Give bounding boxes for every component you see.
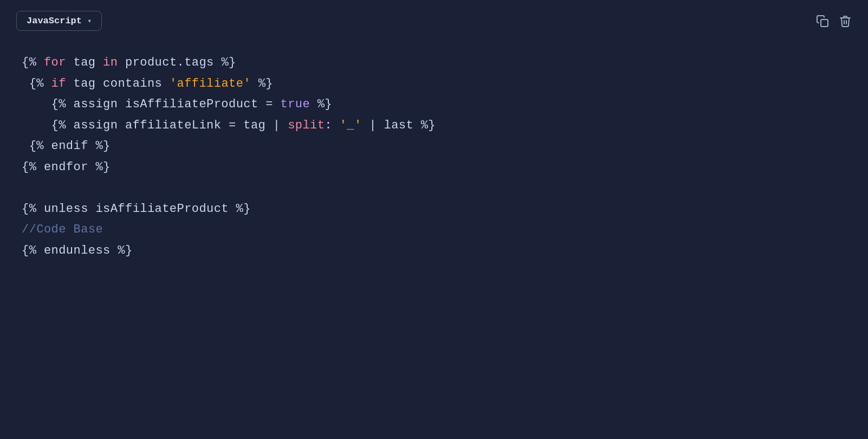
code-token: {% assign affiliateLink = tag |: [51, 119, 288, 132]
code-line: {% for tag in product.tags %}: [22, 53, 846, 74]
code-token: {% endfor %}: [22, 160, 111, 174]
blank-line: [22, 178, 846, 199]
main-container: JavaScript ▾ {% for tag in pr: [0, 0, 868, 439]
code-token: for: [44, 56, 66, 69]
code-line: //Code Base: [22, 220, 846, 241]
code-token: [44, 77, 51, 91]
code-line: {% endfor %}: [22, 157, 846, 178]
code-token: {%: [29, 77, 44, 91]
toolbar-icons: [816, 15, 852, 28]
code-token: 'affiliate': [170, 77, 251, 91]
code-token: in: [103, 56, 118, 69]
language-label: JavaScript: [27, 16, 82, 26]
code-token: true: [281, 98, 310, 111]
trash-icon[interactable]: [839, 15, 852, 28]
code-token: | last %}: [362, 119, 436, 132]
code-token: {%: [22, 56, 36, 69]
toolbar: JavaScript ▾: [16, 11, 852, 31]
code-line: {% unless isAffiliateProduct %}: [22, 199, 846, 220]
svg-rect-0: [821, 20, 828, 27]
code-token: {% endif %}: [29, 139, 111, 153]
code-token: tag: [66, 56, 103, 69]
code-token: {% unless isAffiliateProduct %}: [22, 202, 251, 216]
code-line: {% endif %}: [22, 136, 846, 157]
code-token: {% endunless %}: [22, 244, 133, 257]
code-token: if: [51, 77, 66, 91]
code-block: {% for tag in product.tags %} {% if tag …: [16, 47, 852, 267]
code-token: //Code Base: [22, 223, 103, 236]
code-token: %}: [251, 77, 273, 91]
code-line: {% assign affiliateLink = tag | split: '…: [22, 115, 846, 137]
copy-icon[interactable]: [816, 15, 829, 28]
code-token: %}: [310, 98, 332, 111]
code-token: '_': [340, 119, 362, 132]
chevron-down-icon: ▾: [87, 16, 92, 25]
code-token: {% assign isAffiliateProduct =: [51, 98, 281, 111]
code-line: {% assign isAffiliateProduct = true %}: [22, 94, 846, 115]
code-line: {% if tag contains 'affiliate' %}: [22, 74, 846, 95]
code-token: product.tags %}: [118, 56, 236, 69]
code-token: :: [325, 119, 339, 132]
code-token: tag contains: [66, 77, 170, 91]
code-token: [36, 56, 44, 69]
code-line: {% endunless %}: [22, 241, 846, 262]
code-token: split: [288, 119, 325, 132]
language-selector[interactable]: JavaScript ▾: [16, 11, 102, 31]
